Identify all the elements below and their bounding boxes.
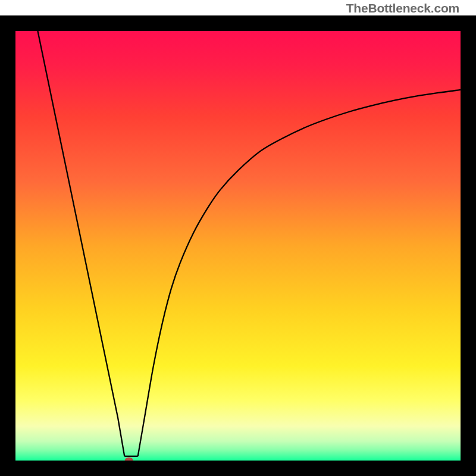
source-caption: TheBottleneck.com — [346, 1, 459, 15]
chart-container: TheBottleneck.com — [0, 0, 476, 476]
chart-plot — [15, 31, 461, 461]
